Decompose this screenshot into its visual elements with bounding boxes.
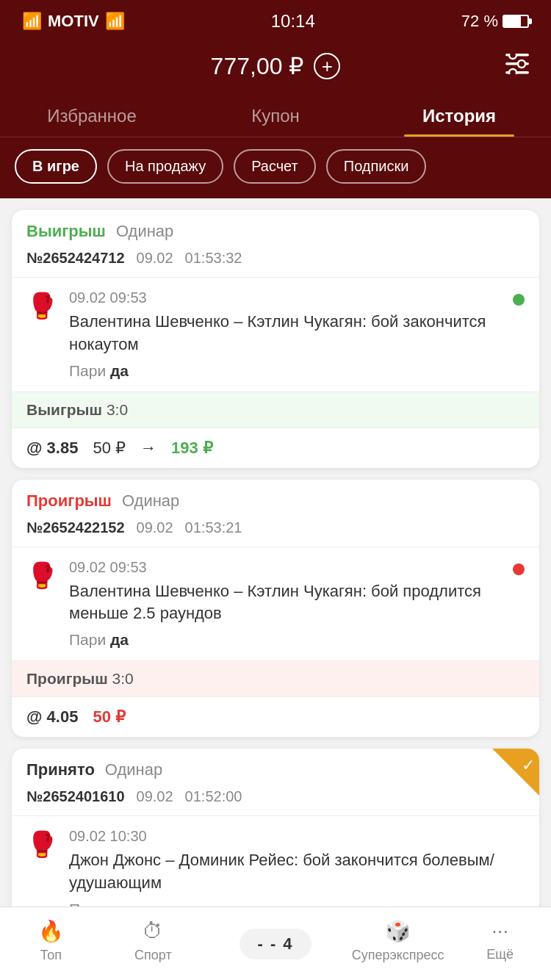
filter-for-sale[interactable]: На продажу (107, 149, 223, 184)
event-details-1: 09.02 09:53 Валентина Шевченко – Кэтлин … (69, 289, 525, 380)
battery-fill (504, 16, 521, 26)
bet-time-1: 01:53:32 (185, 250, 242, 267)
event-details-3: 09.02 10:30 Джон Джонс – Доминик Рейес: … (69, 828, 525, 918)
signal-icon: 📶 (22, 12, 42, 31)
event-details-2: 09.02 09:53 Валентина Шевченко – Кэтлин … (69, 559, 525, 649)
bet-number-2: №2652422152 (26, 519, 125, 536)
tab-favorites[interactable]: Избранное (0, 93, 184, 137)
bet-card-loss: Проигрыш Одинар №2652422152 09.02 01:53:… (12, 480, 539, 738)
filter-bar: В игре На продажу Расчет Подписки (0, 137, 551, 198)
filter-in-game[interactable]: В игре (15, 149, 97, 184)
battery-icon (503, 15, 529, 28)
bet-stake-1: 50 ₽ (93, 439, 126, 458)
bet-date-1: 09.02 (137, 250, 173, 267)
bet-footer-2: @ 4.05 50 ₽ (12, 696, 539, 737)
event-bet-1: Пари да (69, 362, 525, 380)
settings-button[interactable] (505, 54, 529, 79)
event-bet-2: Пари да (69, 631, 525, 649)
nav-sport[interactable]: ⏱ Спорт (102, 907, 204, 980)
event-name-1: Валентина Шевченко – Кэтлин Чукагян: бой… (69, 311, 525, 356)
nav-top[interactable]: 🔥 Топ (0, 907, 102, 980)
balance-amount: 777,00 ₽ (211, 52, 304, 80)
fight-icon-1: 🥊 (26, 291, 57, 320)
bet-card-pending: ✓ Принято Одинар №2652401610 09.02 01:52… (12, 749, 539, 930)
bet-type-1: Одинар (116, 222, 173, 241)
event-datetime-2: 09.02 09:53 (69, 559, 525, 576)
filter-subscriptions[interactable]: Подписки (326, 149, 427, 184)
nav-superexpress[interactable]: 🎲 Суперэкспресс (347, 907, 449, 980)
arrow-1: → (140, 439, 156, 458)
status-dot-1 (513, 294, 525, 306)
top-icon: 🔥 (38, 919, 64, 943)
bet-number-3: №2652401610 (26, 788, 125, 805)
bet-odds-1: @ 3.85 (26, 439, 78, 458)
nav-counter-area: - - 4 (204, 907, 347, 980)
event-datetime-1: 09.02 09:53 (69, 289, 525, 306)
nav-top-label: Топ (40, 948, 62, 963)
fight-icon-2: 🥊 (26, 561, 57, 590)
bet-payout-1: 193 ₽ (171, 439, 213, 458)
svg-point-4 (518, 60, 525, 68)
bet-status-3: Принято (26, 760, 95, 779)
superexpress-icon: 🎲 (385, 919, 411, 943)
wifi-icon: 📶 (105, 12, 125, 31)
bottom-nav: 🔥 Топ ⏱ Спорт - - 4 🎲 Суперэкспресс ··· … (0, 907, 551, 980)
bet-number-1: №2652424712 (26, 250, 125, 267)
bet-status-2: Проигрыш (26, 491, 112, 511)
bet-id-row-2: №2652422152 09.02 01:53:21 (12, 519, 539, 547)
accepted-checkmark-icon: ✓ (522, 756, 535, 775)
sport-icon: ⏱ (143, 919, 163, 943)
nav-superexpress-label: Суперэкспресс (352, 948, 444, 963)
bet-stake-2: 50 ₽ (93, 707, 126, 727)
header: 777,00 ₽ + (0, 40, 551, 93)
nav-sport-label: Спорт (134, 948, 172, 963)
bet-footer-1: @ 3.85 50 ₽ → 193 ₽ (12, 428, 539, 468)
bet-header-2: Проигрыш Одинар (12, 480, 539, 519)
bet-date-3: 09.02 (137, 788, 173, 805)
tab-bar: Избранное Купон История (0, 93, 551, 137)
bet-type-2: Одинар (122, 491, 179, 511)
filter-settled[interactable]: Расчет (234, 149, 316, 184)
bets-list: Выигрыш Одинар №2652424712 09.02 01:53:3… (0, 198, 551, 942)
bet-card-win: Выигрыш Одинар №2652424712 09.02 01:53:3… (12, 210, 539, 468)
bet-id-row-3: №2652401610 09.02 01:52:00 (12, 788, 539, 816)
balance-display: 777,00 ₽ + (211, 52, 341, 80)
more-icon: ··· (491, 919, 508, 943)
event-name-3: Джон Джонс – Доминик Рейес: бой закончит… (69, 849, 525, 895)
status-carrier: 📶 MOTIV 📶 (22, 12, 125, 31)
nav-more-label: Ещё (486, 947, 514, 962)
bet-header-1: Выигрыш Одинар (12, 210, 539, 250)
status-dot-2 (513, 563, 525, 575)
bet-type-3: Одинар (105, 760, 162, 779)
bet-odds-2: @ 4.05 (26, 707, 78, 727)
add-funds-button[interactable]: + (314, 53, 340, 79)
bet-header-3: Принято Одинар (12, 749, 539, 788)
bet-time-3: 01:52:00 (185, 788, 242, 805)
status-time: 10:14 (271, 11, 315, 32)
svg-point-5 (509, 69, 516, 74)
tab-history[interactable]: История (367, 93, 551, 137)
bet-event-2: 🥊 09.02 09:53 Валентина Шевченко – Кэтли… (12, 547, 539, 662)
tab-coupon[interactable]: Купон (184, 93, 367, 137)
svg-point-3 (509, 54, 516, 59)
event-datetime-3: 09.02 10:30 (69, 828, 525, 845)
bet-result-1: Выигрыш 3:0 (12, 392, 539, 428)
bet-id-row-1: №2652424712 09.02 01:53:32 (12, 250, 539, 278)
carrier-name: MOTIV (48, 12, 99, 31)
battery-percent: 72 % (461, 12, 498, 31)
bet-date-2: 09.02 (137, 519, 173, 536)
bet-event-1: 🥊 09.02 09:53 Валентина Шевченко – Кэтли… (12, 278, 539, 392)
bet-result-2: Проигрыш 3:0 (12, 661, 539, 696)
nav-counter: - - 4 (240, 929, 311, 959)
status-battery: 72 % (461, 12, 529, 31)
bet-status-1: Выигрыш (26, 222, 106, 241)
event-name-2: Валентина Шевченко – Кэтлин Чукагян: бой… (69, 580, 525, 626)
bet-time-2: 01:53:21 (185, 519, 242, 536)
fight-icon-3: 🥊 (26, 829, 57, 859)
nav-more[interactable]: ··· Ещё (449, 907, 551, 980)
status-bar: 📶 MOTIV 📶 10:14 72 % (0, 0, 551, 40)
